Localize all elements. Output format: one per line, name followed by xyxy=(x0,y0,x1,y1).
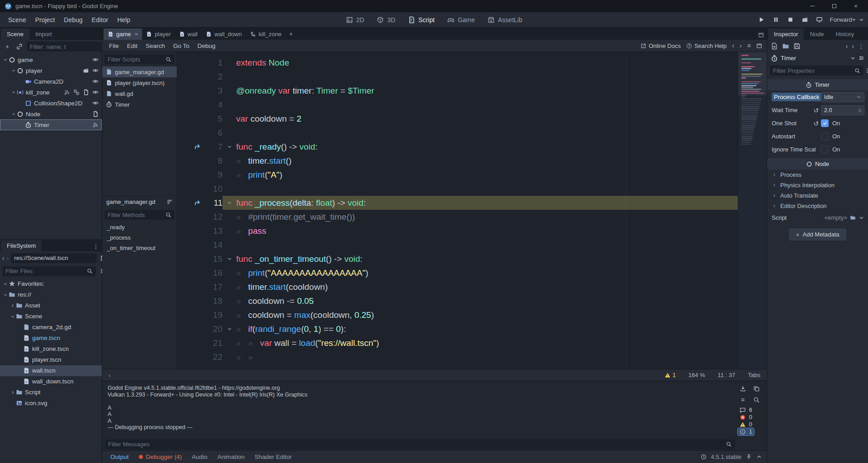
fold-toggle[interactable] xyxy=(223,256,236,261)
code-editor[interactable]: 1extends Node23@onready var timer: Timer… xyxy=(177,52,767,369)
code-line[interactable]: 7func _ready() -> void: xyxy=(177,140,738,154)
property-group-auto-translate[interactable]: Auto Translate xyxy=(767,190,868,201)
nav-forward-icon[interactable]: › xyxy=(7,255,9,261)
eye-badge[interactable] xyxy=(92,56,99,63)
workspace-2d[interactable]: 2D xyxy=(340,14,370,25)
line-number[interactable]: 12 xyxy=(203,212,223,222)
filesystem-menu-icon[interactable]: ⋮ xyxy=(93,243,99,250)
scroll-to-bottom-button[interactable] xyxy=(738,384,748,393)
line-number[interactable]: 15 xyxy=(203,254,223,264)
filter-properties-input[interactable] xyxy=(773,67,853,74)
fs-item-favorites-[interactable]: Favorites: xyxy=(0,279,102,289)
scene-node-game[interactable]: game xyxy=(0,54,102,65)
line-number[interactable]: 8 xyxy=(203,156,223,166)
method-item[interactable]: _on_timer_timeout xyxy=(102,243,177,253)
property-label[interactable]: Script xyxy=(772,214,824,221)
scene-tab-player[interactable]: player xyxy=(142,28,175,40)
filter-msg-badge[interactable]: 6 xyxy=(738,406,754,414)
close-tab-icon[interactable]: × xyxy=(135,31,138,38)
code-line[interactable]: 22» » xyxy=(177,350,738,364)
script-item[interactable]: game_manager.gd xyxy=(102,66,177,77)
online-docs-button[interactable]: Online Docs xyxy=(640,43,681,49)
workspace-assetlib[interactable]: AssetLib xyxy=(482,14,528,25)
workspace-script[interactable]: Script xyxy=(402,14,441,25)
scroll-left-icon[interactable]: ‹ xyxy=(109,372,111,378)
instance-scene-button[interactable] xyxy=(14,42,24,52)
object-tools-icon[interactable] xyxy=(859,55,864,61)
code-line[interactable]: 3@onready var timer: Timer = $Timer xyxy=(177,84,738,98)
collapse-duplicates-button[interactable]: ≡ xyxy=(738,395,748,404)
expander-down-icon[interactable] xyxy=(2,57,9,62)
line-number[interactable]: 6 xyxy=(203,128,223,138)
code-gutter[interactable] xyxy=(177,199,203,207)
bottom-tab-audio[interactable]: Audio xyxy=(187,452,212,462)
fold-toggle[interactable] xyxy=(223,326,236,331)
line-number[interactable]: 11 xyxy=(203,198,223,208)
tab-import[interactable]: Import xyxy=(29,28,58,40)
zoom-level[interactable]: 164 % xyxy=(688,372,705,378)
expander-down-icon[interactable] xyxy=(9,314,16,319)
filter-warning-badge[interactable]: 0 xyxy=(738,421,754,428)
scene-tab-game[interactable]: game× xyxy=(104,28,142,40)
fs-item-player.tscn[interactable]: player.tscn xyxy=(0,354,102,365)
pin-panel-icon[interactable] xyxy=(746,454,752,460)
nav-back-icon[interactable]: ‹ xyxy=(2,255,5,261)
eye-badge[interactable] xyxy=(92,67,99,74)
scene-node-collisionshape2d[interactable]: CollisionShape2D xyxy=(0,98,102,109)
play-button[interactable] xyxy=(757,15,767,25)
line-number[interactable]: 22 xyxy=(203,352,223,362)
code-line[interactable]: 21» » var wall = load("res://wall.tscn") xyxy=(177,336,738,350)
renderer-select[interactable]: Forward+ xyxy=(830,16,864,23)
warnings-badge[interactable]: 1 xyxy=(664,372,676,378)
bottom-tab-debugger-4-[interactable]: Debugger (4) xyxy=(134,452,187,462)
fs-item-icon.svg[interactable]: icon.svg xyxy=(0,398,102,409)
property-group-editor-description[interactable]: Editor Description xyxy=(767,201,868,211)
line-number[interactable]: 19 xyxy=(203,310,223,320)
code-line[interactable]: 12» #print(timer.get_wait_time()) xyxy=(177,210,738,224)
line-number[interactable]: 3 xyxy=(203,86,223,96)
line-number[interactable]: 5 xyxy=(203,114,223,124)
checkbox[interactable] xyxy=(821,119,829,127)
code-line[interactable]: 1extends Node xyxy=(177,56,738,70)
workspace-3d[interactable]: 3D xyxy=(371,14,401,25)
line-number[interactable]: 4 xyxy=(203,100,223,110)
line-number[interactable]: 9 xyxy=(203,170,223,180)
line-number[interactable]: 7 xyxy=(203,142,223,152)
code-line[interactable]: 8» timer.start() xyxy=(177,154,738,168)
fs-item-res-[interactable]: res:// xyxy=(0,289,102,300)
scene-node-kill_zone[interactable]: kill_zone xyxy=(0,87,102,98)
line-number[interactable]: 10 xyxy=(203,184,223,194)
code-line[interactable]: 18» cooldown -= 0.05 xyxy=(177,294,738,308)
close-button[interactable]: × xyxy=(853,3,859,9)
filter-scripts-input[interactable] xyxy=(108,56,164,63)
expander-down-icon[interactable] xyxy=(10,68,17,73)
property-group-process[interactable]: Process xyxy=(767,170,868,180)
fs-item-camera-2d.gd[interactable]: camera_2d.gd xyxy=(0,322,102,333)
fs-item-kill-zone.tscn[interactable]: kill_zone.tscn xyxy=(0,344,102,354)
code-line[interactable]: 17» timer.start(cooldown) xyxy=(177,280,738,294)
code-line[interactable]: 16» print("AAAAAAAAAAAAAAAA") xyxy=(177,266,738,280)
distraction-free-icon[interactable] xyxy=(758,32,764,38)
history-back-icon[interactable]: ‹ xyxy=(846,43,848,49)
add-metadata-button[interactable]: + Add Metadata xyxy=(789,228,846,241)
tab-filesystem[interactable]: FileSystem xyxy=(1,240,42,251)
menu-debug[interactable]: Debug xyxy=(59,14,87,25)
stop-button[interactable] xyxy=(786,15,796,25)
code-line[interactable]: 13» pass xyxy=(177,224,738,238)
history-forward-icon[interactable]: › xyxy=(852,43,854,49)
search-output-button[interactable] xyxy=(751,395,761,404)
property-label[interactable]: Ignore Time Scal xyxy=(772,146,821,153)
search-help-button[interactable]: Search Help xyxy=(686,43,727,49)
script-menu-debug[interactable]: Debug xyxy=(194,41,220,51)
remote-button[interactable] xyxy=(815,15,825,25)
line-number[interactable]: 2 xyxy=(203,72,223,82)
scene-filter-input[interactable] xyxy=(30,43,109,50)
line-number[interactable]: 1 xyxy=(203,58,223,68)
code-line[interactable]: 10 xyxy=(177,182,738,196)
section-node[interactable]: Node xyxy=(767,158,868,170)
expander-down-icon[interactable] xyxy=(10,90,17,94)
expander-right-icon[interactable] xyxy=(9,390,16,395)
workspace-game[interactable]: Game xyxy=(441,14,481,25)
add-scene-tab-button[interactable]: + xyxy=(285,28,296,40)
filter-messages-input[interactable] xyxy=(108,441,724,448)
